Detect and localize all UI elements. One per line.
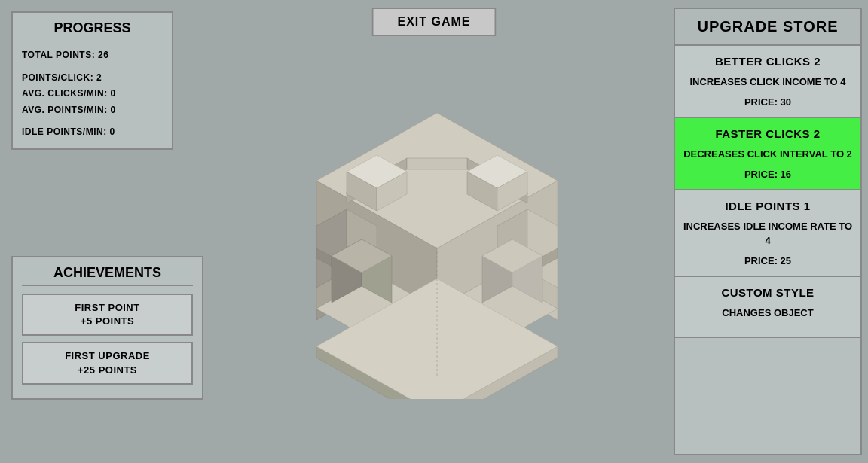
- upgrade-item-0[interactable]: BETTER CLICKS 2 INCREASES CLICK INCOME T…: [675, 46, 860, 118]
- avg-points-per-min: AVG. POINTS/MIN: 0: [22, 102, 163, 119]
- upgrade-item-desc-0: INCREASES CLICK INCOME TO 4: [683, 75, 853, 89]
- achievement-item-0: FIRST POINT+5 POINTS: [22, 294, 193, 336]
- upgrade-store-scroll[interactable]: BETTER CLICKS 2 INCREASES CLICK INCOME T…: [675, 46, 860, 449]
- upgrade-item-desc-3: CHANGES OBJECT: [683, 306, 853, 320]
- upgrade-item-title-1: FASTER CLICKS 2: [683, 127, 853, 140]
- upgrade-item-price-1: PRICE: 16: [683, 169, 853, 180]
- upgrade-item-title-3: CUSTOM STYLE: [683, 286, 853, 299]
- idle-points-per-min: IDLE POINTS/MIN: 0: [22, 124, 163, 141]
- upgrade-item-3[interactable]: CUSTOM STYLE CHANGES OBJECT: [675, 277, 860, 338]
- upgrade-store-title: UPGRADE STORE: [675, 9, 860, 46]
- avg-clicks-per-min: AVG. CLICKS/MIN: 0: [22, 86, 163, 102]
- upgrade-item-title-2: IDLE POINTS 1: [683, 200, 853, 212]
- upgrade-store-panel: UPGRADE STORE BETTER CLICKS 2 INCREASES …: [674, 8, 862, 455]
- achievement-line1: FIRST POINT: [75, 302, 139, 313]
- upgrade-item-title-0: BETTER CLICKS 2: [683, 55, 853, 68]
- achievement-item-1: FIRST UPGRADE+25 POINTS: [22, 342, 193, 384]
- exit-game-button[interactable]: EXIT GAME: [371, 8, 496, 36]
- achievements-list: FIRST POINT+5 POINTSFIRST UPGRADE+25 POI…: [22, 294, 193, 385]
- upgrade-item-price-2: PRICE: 25: [683, 255, 853, 267]
- achievement-line2: +5 POINTS: [81, 315, 134, 327]
- achievement-line2: +25 POINTS: [78, 364, 137, 376]
- cube-area[interactable]: [211, 38, 663, 444]
- achievements-panel: ACHIEVEMENTS FIRST POINT+5 POINTSFIRST U…: [11, 256, 203, 400]
- svg-marker-6: [407, 158, 467, 169]
- progress-title: PROGRESS: [22, 20, 163, 41]
- total-points: TOTAL POINTS: 26: [22, 47, 163, 64]
- achievement-line1: FIRST UPGRADE: [65, 350, 150, 361]
- points-per-click: POINTS/CLICK: 2: [22, 70, 163, 87]
- cube-svg[interactable]: [279, 83, 595, 399]
- upgrade-item-desc-1: DECREASES CLICK INTERVAL TO 2: [683, 148, 853, 161]
- upgrade-item-1[interactable]: FASTER CLICKS 2 DECREASES CLICK INTERVAL…: [675, 118, 860, 190]
- progress-panel: PROGRESS TOTAL POINTS: 26 POINTS/CLICK: …: [11, 11, 173, 150]
- upgrade-item-desc-2: INCREASES IDLE INCOME RATE TO 4: [683, 220, 853, 247]
- upgrade-item-price-0: PRICE: 30: [683, 96, 853, 108]
- progress-stats: TOTAL POINTS: 26 POINTS/CLICK: 2 AVG. CL…: [22, 47, 163, 141]
- achievements-title: ACHIEVEMENTS: [22, 265, 193, 286]
- upgrade-item-2[interactable]: IDLE POINTS 1 INCREASES IDLE INCOME RATE…: [675, 190, 860, 276]
